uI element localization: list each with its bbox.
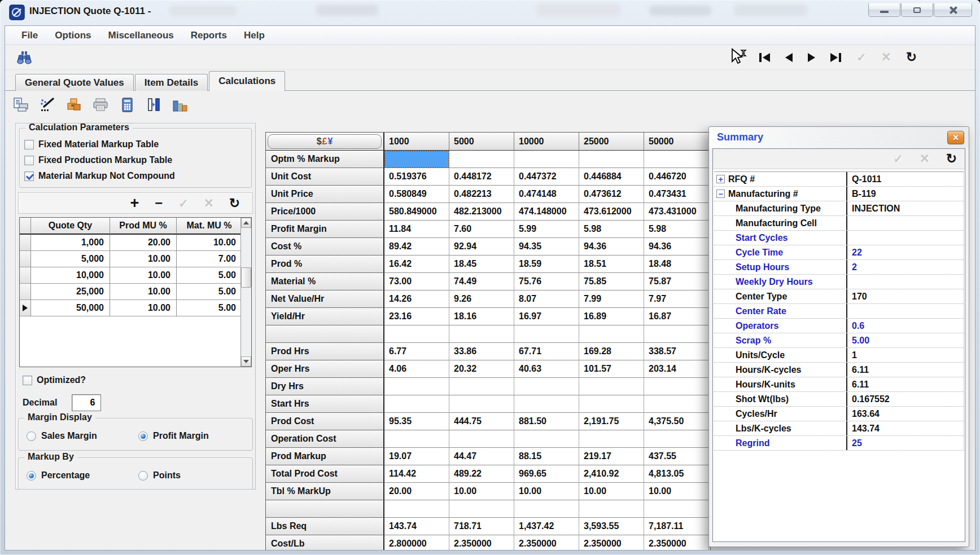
table-cell[interactable]: 10.00 — [449, 483, 514, 500]
quote-grid-cell[interactable]: 50,000 — [31, 300, 110, 316]
quote-grid-cell[interactable]: 10.00 — [110, 267, 177, 284]
table-cell[interactable]: 67.71 — [514, 343, 579, 360]
last-record-button[interactable] — [830, 53, 841, 62]
summary-value[interactable] — [846, 216, 964, 230]
table-cell[interactable]: 23.16 — [384, 308, 449, 325]
compare-columns-button[interactable] — [145, 96, 163, 113]
quote-grid-cell[interactable]: 10.00 — [110, 251, 177, 267]
table-cell[interactable]: 114.42 — [384, 465, 449, 483]
quote-grid-cell[interactable]: 10.00 — [177, 235, 242, 251]
table-cell[interactable]: 33.86 — [449, 343, 514, 360]
summary-value[interactable] — [846, 275, 964, 289]
table-cell[interactable]: 94.36 — [644, 238, 709, 256]
table-cell[interactable]: 0.482213 — [449, 186, 514, 203]
table-cell[interactable]: 74.49 — [449, 273, 514, 290]
quote-grid-cell[interactable]: 5.00 — [177, 284, 242, 300]
find-button[interactable] — [15, 50, 33, 65]
table-cell[interactable] — [514, 395, 579, 413]
row-indicator[interactable] — [20, 300, 31, 316]
table-cell[interactable]: 20.00 — [384, 483, 449, 500]
quote-grid-cell[interactable]: 25,000 — [31, 284, 110, 300]
table-cell[interactable]: 19.07 — [384, 448, 449, 465]
radio-button[interactable] — [138, 431, 148, 441]
table-cell[interactable]: 94.36 — [579, 238, 644, 256]
table-cell[interactable]: 18.51 — [579, 256, 644, 273]
table-cell[interactable]: 16.42 — [384, 256, 449, 273]
table-cell[interactable]: 40.63 — [514, 360, 579, 378]
table-cell[interactable]: 203.14 — [644, 360, 709, 378]
title-bar[interactable]: INJECTION Quote Q-1011 - — [0, 0, 980, 25]
radio-sales-margin[interactable]: Sales Margin — [27, 431, 97, 441]
table-cell[interactable]: 437.55 — [644, 448, 709, 465]
table-cell[interactable] — [579, 395, 644, 413]
checkbox-fixed-production-markup-table[interactable]: Fixed Production Markup Table — [24, 153, 172, 167]
summary-value[interactable]: 6.11 — [846, 363, 964, 377]
table-cell[interactable]: 489.22 — [449, 465, 514, 483]
quote-grid-cell[interactable]: 20.00 — [110, 235, 177, 251]
table-cell[interactable]: 14.26 — [384, 290, 449, 308]
calculator-button[interactable] — [118, 96, 136, 113]
table-cell[interactable]: 3,593.55 — [579, 518, 644, 535]
table-cell[interactable]: 0.474148 — [514, 186, 579, 203]
cancel-button[interactable] — [882, 50, 891, 65]
decimal-input[interactable]: 6 — [72, 394, 101, 411]
checkbox-box[interactable] — [23, 376, 32, 385]
table-cell[interactable]: 1,437.42 — [514, 518, 579, 535]
previous-record-button[interactable] — [785, 53, 793, 62]
table-cell[interactable]: 473.431000 — [644, 203, 709, 221]
table-cell[interactable]: 10.00 — [514, 483, 579, 500]
table-cell[interactable]: 10.00 — [644, 483, 709, 500]
table-cell[interactable]: 881.50 — [514, 413, 579, 430]
summary-accept-button[interactable] — [893, 153, 903, 165]
radio-points[interactable]: Points — [138, 470, 181, 481]
checkbox-box[interactable] — [24, 140, 34, 149]
summary-value[interactable]: 163.64 — [846, 407, 964, 421]
table-cell[interactable] — [514, 378, 579, 395]
table-cell[interactable]: 2.350000 — [644, 535, 709, 550]
menu-item-reports[interactable]: Reports — [182, 30, 235, 41]
summary-value[interactable]: Q-1011 — [846, 172, 964, 186]
table-cell[interactable]: 88.15 — [514, 448, 579, 465]
radio-profit-margin[interactable]: Profit Margin — [138, 431, 209, 441]
table-cell[interactable] — [449, 151, 514, 168]
table-cell[interactable]: 338.57 — [644, 343, 709, 360]
table-cell[interactable]: 16.87 — [644, 308, 709, 325]
tab-calculations[interactable]: Calculations — [209, 71, 285, 91]
table-cell[interactable]: 2,410.92 — [579, 465, 644, 483]
copy-report-button[interactable] — [12, 96, 30, 113]
table-cell[interactable] — [579, 151, 644, 168]
checkbox-fixed-material-markup-table[interactable]: Fixed Material Markup Table — [24, 138, 159, 151]
table-cell[interactable] — [644, 500, 709, 518]
table-cell[interactable] — [449, 325, 514, 343]
table-cell[interactable]: 473.612000 — [579, 203, 644, 221]
table-cell[interactable]: 75.85 — [579, 273, 644, 290]
summary-value[interactable] — [846, 231, 964, 245]
radio-button[interactable] — [27, 471, 36, 481]
summary-title-bar[interactable]: Summary — [709, 127, 969, 148]
grid-refresh-button[interactable] — [229, 197, 240, 210]
checkbox-material-markup-not-compound[interactable]: Material Markup Not Compound — [24, 169, 175, 183]
table-cell[interactable]: 2.350000 — [514, 535, 579, 550]
table-cell[interactable] — [514, 325, 579, 343]
currency-button[interactable]: $£¥ — [268, 134, 382, 149]
table-cell[interactable]: 75.76 — [514, 273, 579, 290]
table-cell[interactable]: 0.473431 — [644, 186, 709, 203]
material-boxes-button[interactable] — [65, 96, 83, 113]
table-cell[interactable]: 101.57 — [579, 360, 644, 378]
summary-value[interactable]: 5.00 — [846, 333, 964, 347]
selected-cell[interactable] — [384, 151, 449, 168]
table-cell[interactable] — [384, 378, 449, 395]
menu-item-file[interactable]: File — [13, 30, 46, 41]
table-cell[interactable] — [384, 395, 449, 413]
first-record-button[interactable] — [759, 53, 770, 62]
table-cell[interactable]: 44.47 — [449, 448, 514, 465]
table-cell[interactable]: 143.74 — [384, 518, 449, 535]
table-cell[interactable]: 18.45 — [449, 256, 514, 273]
summary-value[interactable]: 143.74 — [846, 421, 964, 435]
print-button[interactable] — [91, 96, 110, 113]
summary-value[interactable]: INJECTION — [846, 201, 964, 215]
table-cell[interactable]: 92.94 — [449, 238, 514, 256]
table-cell[interactable]: 0.446720 — [644, 168, 709, 186]
table-cell[interactable]: 16.97 — [514, 308, 579, 325]
summary-value[interactable]: 22 — [846, 245, 964, 259]
